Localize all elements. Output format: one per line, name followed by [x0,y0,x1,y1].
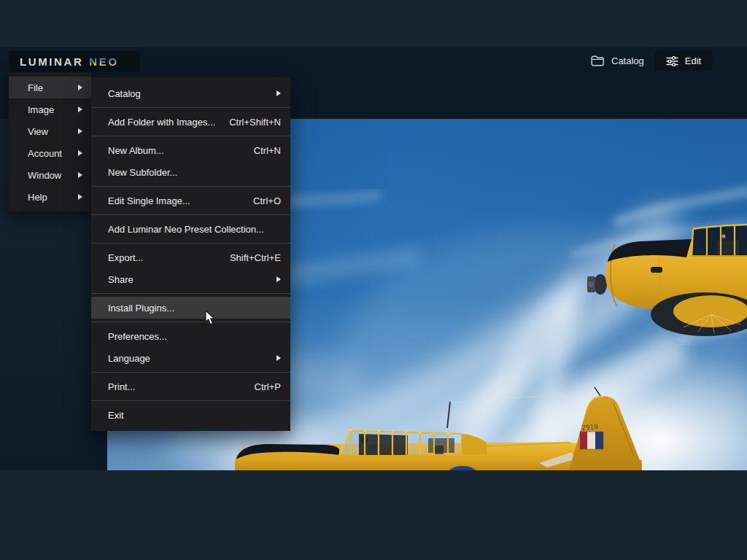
submenu-arrow-icon [78,172,82,178]
menu-separator [91,243,290,244]
file-menu-item-add-luminar-neo-preset-collection[interactable]: Add Luminar Neo Preset Collection... [91,218,290,240]
file-menu: CatalogAdd Folder with Images...Ctrl+Shi… [91,77,290,431]
file-menu-item-print[interactable]: Print...Ctrl+P [91,376,290,397]
submenu-arrow-icon [276,355,281,361]
submenu-arrow-icon [78,85,82,90]
menu-item-label: Catalog [108,88,141,99]
catalog-button-label: Catalog [611,55,644,66]
menu-separator [91,372,290,373]
menu-separator [91,293,290,294]
menu-item-shortcut: Shift+Ctrl+E [230,252,281,263]
menubar-item-file[interactable]: File [9,77,91,98]
menubar-item-label: Window [28,170,61,181]
submenu-arrow-icon [78,150,82,156]
file-menu-item-install-plugins[interactable]: Install Plugins... [91,297,290,319]
file-menu-item-export[interactable]: Export...Shift+Ctrl+E [91,246,290,268]
menu-item-shortcut: Ctrl+N [254,145,281,156]
menu-separator [91,322,290,322]
submenu-arrow-icon [78,106,82,112]
menu-item-label: Export... [108,252,143,263]
menubar-item-label: View [28,126,48,137]
file-menu-item-new-subfolder[interactable]: New Subfolder... [91,161,290,183]
menu-separator [91,214,290,215]
file-menu-item-language[interactable]: Language [91,347,290,369]
edit-button[interactable]: Edit [654,51,713,71]
menu-item-label: Exit [108,410,124,421]
menu-separator [91,136,290,136]
menubar-item-account[interactable]: Account [9,142,91,164]
menu-item-label: Share [108,274,133,285]
menu-item-label: Edit Single Image... [108,195,190,206]
submenu-arrow-icon [78,194,82,200]
menu-separator [91,400,290,401]
file-menu-item-edit-single-image[interactable]: Edit Single Image...Ctrl+O [91,190,290,211]
menubar-item-label: Account [28,148,62,159]
edit-button-label: Edit [685,55,701,66]
menu-item-shortcut: Ctrl+O [253,195,281,206]
submenu-arrow-icon [276,90,281,96]
logo-neo-text: NEO [89,55,118,68]
menu-item-label: New Album... [108,145,164,156]
top-band [0,0,747,47]
menu-item-label: Add Luminar Neo Preset Collection... [108,224,264,235]
menubar-item-label: File [28,82,43,93]
menubar-item-label: Image [28,104,54,115]
submenu-arrow-icon [78,128,82,134]
tail-flag [580,432,603,449]
bottom-band [0,470,747,560]
menubar-item-window[interactable]: Window [9,164,91,186]
file-menu-item-exit[interactable]: Exit [91,404,290,426]
menubar: FileImageViewAccountWindowHelp [9,73,91,211]
cockpit-canopy [691,225,747,256]
menu-separator [91,186,290,187]
menu-item-shortcut: Ctrl+Shift+N [229,117,281,128]
menu-item-label: Language [108,353,150,364]
luminar-neo-window: 2918 LUMINAR NEO Catalog [0,0,747,560]
file-menu-item-new-album[interactable]: New Album...Ctrl+N [91,139,290,161]
menu-item-label: Add Folder with Images... [108,117,215,128]
menu-item-shortcut: Ctrl+P [255,381,281,392]
app-logo: LUMINAR NEO [9,51,140,71]
catalog-button[interactable]: Catalog [588,51,647,71]
file-menu-item-add-folder-with-images[interactable]: Add Folder with Images...Ctrl+Shift+N [91,111,290,133]
tail-number: 2918 [581,423,599,432]
menubar-item-view[interactable]: View [9,120,91,142]
menubar-item-label: Help [28,192,47,203]
logo-luminar-text: LUMINAR [20,55,83,68]
menu-item-label: New Subfolder... [108,167,177,178]
file-menu-item-preferences[interactable]: Preferences... [91,325,290,347]
menu-item-label: Preferences... [108,331,167,342]
menubar-item-image[interactable]: Image [9,98,91,120]
spinner [594,274,607,295]
menubar-item-help[interactable]: Help [9,186,91,208]
folder-icon [591,55,604,66]
menu-item-label: Install Plugins... [108,303,174,314]
menu-item-label: Print... [108,381,136,392]
file-menu-item-share[interactable]: Share [91,268,290,290]
submenu-arrow-icon [276,276,281,282]
menu-separator [91,107,290,108]
sliders-icon [666,56,678,66]
file-menu-item-catalog[interactable]: Catalog [91,82,290,104]
